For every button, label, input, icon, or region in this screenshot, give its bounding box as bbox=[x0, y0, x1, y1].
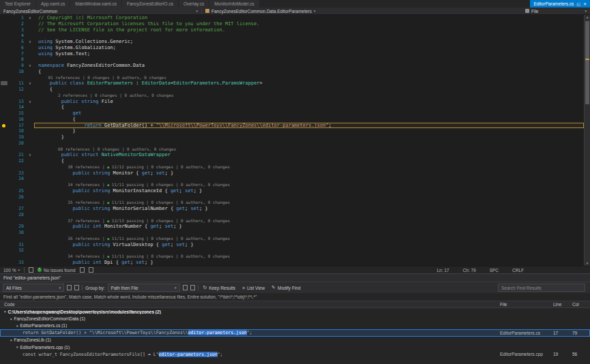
glyph-margin bbox=[0, 194, 10, 200]
glyph-margin bbox=[0, 128, 10, 134]
column-indicator[interactable]: Ch: 79 bbox=[462, 268, 475, 273]
line-ending-indicator[interactable]: CRLF bbox=[512, 268, 524, 273]
find-result-row[interactable]: return GetDataFolder() + "\\Microsoft\\P… bbox=[0, 329, 590, 336]
fold-chevron-icon[interactable]: ∨ bbox=[26, 15, 34, 21]
scroll-up-icon[interactable]: ▲ bbox=[585, 15, 590, 20]
result-line: 19 bbox=[553, 352, 572, 357]
group-by-dropdown[interactable]: Path then File ▾ bbox=[108, 284, 180, 292]
codelens-row[interactable]: 36 references | ● 11/11 passing | 0 chan… bbox=[0, 236, 584, 242]
toolbar-separator bbox=[82, 285, 83, 290]
vertical-scrollbar[interactable]: ▲ ▼ bbox=[584, 15, 590, 266]
fold-chevron-icon[interactable]: ∨ bbox=[26, 99, 34, 105]
code-text: public string VirtualDesktop { get; set;… bbox=[34, 242, 584, 248]
whitespace-toggle-icon[interactable] bbox=[80, 267, 85, 273]
margin-badge[interactable] bbox=[0, 80, 10, 87]
active-tab[interactable]: EditorParameters.cs ◱ ✕ bbox=[530, 0, 590, 7]
scrollbar-thumb[interactable] bbox=[585, 21, 589, 104]
codelens-row[interactable]: 37 references | ● 13/13 passing | 0 chan… bbox=[0, 218, 584, 224]
column-header-code[interactable]: Code bbox=[0, 302, 500, 307]
line-number: 27 bbox=[10, 206, 26, 212]
search-match-mark bbox=[585, 59, 589, 60]
search-find-results-input[interactable] bbox=[498, 284, 585, 292]
clear-results-icon[interactable] bbox=[67, 285, 72, 290]
find-results-title[interactable]: Find "editor-parameters.json" bbox=[0, 274, 590, 282]
fold-margin bbox=[26, 254, 34, 260]
fold-chevron-icon[interactable]: ∨ bbox=[26, 80, 34, 87]
code-text: { bbox=[34, 87, 584, 93]
find-group-row[interactable]: ▾EditorParameters.cs (1) bbox=[0, 322, 590, 329]
code-line: 16 { bbox=[0, 117, 584, 123]
glyph-margin bbox=[0, 147, 10, 153]
group-label: EditorParameters.cpp (1) bbox=[20, 345, 70, 350]
member-dropdown[interactable]: File ▾ bbox=[522, 7, 590, 14]
line-number: 29 bbox=[10, 224, 26, 230]
glyph-margin bbox=[0, 182, 10, 188]
modify-find-button[interactable]: ✎ Modify Find bbox=[269, 285, 302, 290]
codelens-row[interactable]: 91 references | 0 changes | 0 authors, 0… bbox=[0, 75, 584, 81]
code-line: 31 public string VirtualDesktop { get; s… bbox=[0, 242, 584, 248]
result-code-cell: const wchar_t FancyZonesEditorParameters… bbox=[0, 352, 500, 357]
line-number: 8 bbox=[10, 57, 26, 63]
glyph-margin bbox=[0, 51, 10, 57]
codelens-row[interactable]: 35 references | ● 11/11 passing | 0 chan… bbox=[0, 200, 584, 206]
outline-toggle-icon[interactable] bbox=[89, 267, 93, 273]
fold-chevron-icon[interactable]: ∨ bbox=[26, 39, 34, 45]
document-health-icon[interactable] bbox=[29, 267, 33, 273]
scroll-down-icon[interactable]: ▼ bbox=[585, 261, 590, 266]
type-dropdown[interactable]: FancyZonesEditorCommon.Data.EditorParame… bbox=[202, 7, 319, 14]
line-number: 33 bbox=[10, 260, 26, 266]
code-text bbox=[34, 33, 584, 39]
expand-triangle-icon[interactable]: ▾ bbox=[10, 317, 12, 321]
editor-tab[interactable]: Test Explorer bbox=[0, 0, 35, 7]
lightbulb-icon[interactable] bbox=[0, 123, 10, 129]
expand-all-icon[interactable] bbox=[183, 285, 188, 290]
fold-chevron-icon[interactable]: ∨ bbox=[26, 63, 34, 69]
codelens-row[interactable]: 60 references | 0 changes | 0 authors, 0… bbox=[0, 147, 584, 153]
find-group-row[interactable]: ▾FancyZonesLib (1) bbox=[0, 337, 590, 344]
fold-margin bbox=[26, 212, 34, 218]
expand-triangle-icon[interactable]: ▾ bbox=[4, 309, 6, 314]
editor-tab[interactable]: Overlay.cs bbox=[179, 0, 209, 7]
glyph-margin bbox=[0, 87, 10, 93]
project-dropdown[interactable]: FancyZonesEditorCommon ▾ bbox=[0, 7, 202, 14]
editor-tab[interactable]: App.xaml.cs bbox=[36, 0, 70, 7]
spaces-indicator[interactable]: SPC bbox=[490, 268, 499, 273]
copy-results-icon[interactable] bbox=[74, 285, 79, 290]
code-text bbox=[34, 212, 584, 218]
health-indicator[interactable]: No issues found bbox=[38, 268, 76, 273]
codelens-row[interactable]: 34 references | ● 11/11 passing | 0 chan… bbox=[0, 254, 584, 260]
result-text: const wchar_t FancyZonesEditorParameters… bbox=[23, 352, 159, 357]
glyph-margin bbox=[0, 39, 10, 45]
expand-triangle-icon[interactable]: ▾ bbox=[16, 345, 18, 349]
collapse-all-icon[interactable] bbox=[190, 285, 195, 290]
fold-margin bbox=[26, 110, 34, 117]
zoom-control[interactable]: 100 % ▾ bbox=[3, 268, 20, 273]
expand-triangle-icon[interactable]: ▾ bbox=[10, 338, 12, 342]
codelens-row[interactable]: 38 references | ● 12/12 passing | 0 chan… bbox=[0, 164, 584, 170]
editor-tab[interactable]: FancyZonesEditorIO.cs bbox=[122, 0, 178, 7]
column-header-line[interactable]: Line bbox=[553, 302, 572, 307]
close-icon[interactable]: ✕ bbox=[583, 1, 587, 6]
column-header-col[interactable]: Col bbox=[572, 302, 590, 307]
list-view-button[interactable]: ≡ List View bbox=[240, 286, 267, 290]
line-indicator[interactable]: Ln: 17 bbox=[437, 268, 449, 273]
keep-results-button[interactable]: ↻ Keep Results bbox=[201, 285, 238, 290]
column-header-file[interactable]: File bbox=[500, 302, 553, 307]
find-result-row[interactable]: const wchar_t FancyZonesEditorParameters… bbox=[0, 350, 590, 357]
codelens-row[interactable]: 2 references | 0 changes | 0 authors, 0 … bbox=[0, 93, 584, 99]
expand-triangle-icon[interactable]: ▾ bbox=[16, 324, 18, 328]
group-label: C:\Users\zhaopengwang\Desktop\powertoys\… bbox=[8, 309, 161, 314]
keep-open-icon[interactable]: ◱ bbox=[576, 1, 580, 6]
find-group-row[interactable]: ▾EditorParameters.cpp (1) bbox=[0, 344, 590, 350]
find-group-row[interactable]: ▾C:\Users\zhaopengwang\Desktop\powertoys… bbox=[0, 308, 590, 315]
code-editor[interactable]: 1∨// Copyright (c) Microsoft Corporation… bbox=[0, 15, 590, 266]
code-text: public string MonitorSerialNumber { get;… bbox=[34, 206, 584, 212]
find-group-row[interactable]: ▾FancyZonesEditorCommon\Data (1) bbox=[0, 315, 590, 322]
scope-dropdown[interactable]: All Files ▾ bbox=[3, 284, 64, 292]
editor-tab[interactable]: MainWindow.xaml.cs bbox=[70, 0, 121, 7]
glyph-margin bbox=[0, 224, 10, 230]
find-summary-text: Find all "editor-parameters.json", Match… bbox=[3, 294, 257, 299]
fold-chevron-icon[interactable]: ∨ bbox=[26, 152, 34, 158]
codelens-row[interactable]: 34 references | ● 11/11 passing | 0 chan… bbox=[0, 182, 584, 188]
editor-tab[interactable]: MonitorInfoModel.cs bbox=[209, 0, 259, 7]
